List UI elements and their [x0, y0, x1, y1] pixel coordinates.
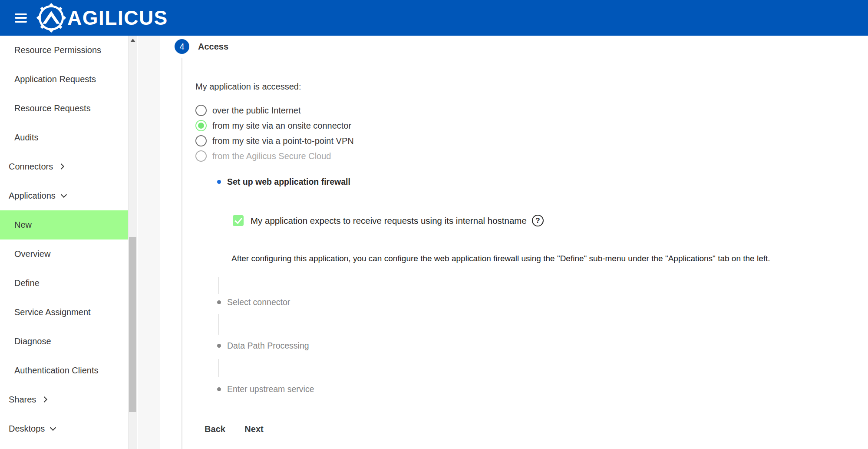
- radio-public-internet[interactable]: over the public Internet: [195, 104, 300, 117]
- pending-substep-bullet-icon: [217, 300, 221, 304]
- sidebar-item-authentication-clients[interactable]: Authentication Clients: [0, 356, 128, 385]
- chevron-right-icon: [41, 396, 47, 402]
- chevron-down-icon: [61, 191, 67, 197]
- internal-hostname-checkbox-row[interactable]: My application expects to receive reques…: [233, 215, 544, 226]
- step-4-header[interactable]: 4 Access: [175, 39, 228, 54]
- substep-label: Set up web application firewall: [227, 177, 350, 187]
- sidebar-item-overview[interactable]: Overview: [0, 239, 128, 269]
- sidebar-item-diagnose[interactable]: Diagnose: [0, 327, 128, 356]
- step-label: Access: [198, 42, 228, 52]
- sidebar-item-new[interactable]: New: [0, 210, 128, 239]
- radio-button-icon[interactable]: [195, 135, 207, 146]
- substep-select-connector: Select connector: [217, 297, 290, 307]
- scrollbar-up-arrow-icon[interactable]: [130, 39, 135, 42]
- pending-substep-bullet-icon: [217, 344, 221, 348]
- active-substep-bullet-icon: [217, 180, 221, 184]
- chevron-down-icon: [50, 424, 56, 430]
- substep-enter-upstream-service: Enter upstream service: [217, 384, 314, 394]
- radio-agilicus-secure-cloud: from the Agilicus Secure Cloud: [195, 150, 331, 163]
- app-title: AGILICUS: [67, 8, 168, 28]
- back-button[interactable]: Back: [198, 420, 232, 438]
- chevron-right-icon: [58, 163, 64, 169]
- substep-setup-waf: Set up web application firewall: [217, 177, 350, 187]
- help-icon[interactable]: ?: [532, 215, 544, 226]
- sidebar-item-service-assignment[interactable]: Service Assignment: [0, 298, 128, 327]
- sidebar-scrollbar[interactable]: [128, 36, 137, 449]
- step-number-badge: 4: [175, 39, 189, 54]
- agilicus-logo-icon: [36, 3, 66, 33]
- substep-connector-line: [218, 277, 219, 294]
- next-button[interactable]: Next: [237, 420, 271, 438]
- access-question-label: My application is accessed:: [195, 82, 301, 92]
- sidebar-item-shares[interactable]: Shares: [0, 385, 128, 414]
- scrollbar-thumb[interactable]: [129, 237, 136, 412]
- sidebar-item-connectors[interactable]: Connectors: [0, 152, 128, 181]
- sidebar-item-define[interactable]: Define: [0, 269, 128, 298]
- pending-substep-bullet-icon: [217, 387, 221, 391]
- radio-button-selected-icon[interactable]: [195, 120, 207, 131]
- sidebar-item-resource-requests[interactable]: Resource Requests: [0, 94, 128, 123]
- radio-button-disabled-icon: [195, 150, 207, 162]
- sidebar-item-desktops[interactable]: Desktops: [0, 414, 128, 443]
- drawer-rail: [138, 36, 160, 449]
- agilicus-logo: AGILICUS: [36, 3, 168, 33]
- substep-connector-line: [218, 314, 219, 335]
- radio-button-icon[interactable]: [195, 105, 207, 116]
- radio-onsite-connector[interactable]: from my site via an onsite connector: [195, 119, 351, 132]
- stepper-connector-line: [182, 58, 182, 449]
- hamburger-menu-icon[interactable]: [15, 13, 27, 23]
- sidebar-item-audits[interactable]: Audits: [0, 123, 128, 152]
- sidebar-item-applications[interactable]: Applications: [0, 181, 128, 210]
- substep-connector-line: [218, 359, 219, 377]
- wizard-actions: Back Next: [198, 420, 271, 438]
- app-header: AGILICUS: [0, 0, 868, 36]
- waf-configuration-note: After configuring this application, you …: [231, 254, 770, 263]
- sidebar-nav: Resource Permissions Application Request…: [0, 36, 128, 449]
- substep-data-path-processing: Data Path Processing: [217, 341, 309, 351]
- main-content: 4 Access My application is accessed: ove…: [160, 36, 868, 449]
- checkbox-checked-icon[interactable]: [233, 215, 244, 226]
- sidebar-item-application-requests[interactable]: Application Requests: [0, 65, 128, 94]
- radio-point-to-point-vpn[interactable]: from my site via a point-to-point VPN: [195, 134, 354, 147]
- sidebar-item-resource-permissions[interactable]: Resource Permissions: [0, 36, 128, 65]
